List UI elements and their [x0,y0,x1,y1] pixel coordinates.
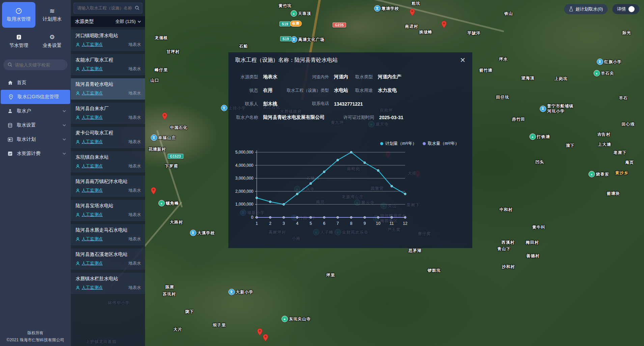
detail-field: 许可证过期时间2025-03-31 [337,114,403,121]
module-waves[interactable]: ≋计划用水 [35,2,69,28]
legend-item[interactable]: 取水量（m³/年） [423,141,459,147]
facility-search [74,3,142,14]
legend-item[interactable]: 计划量（m³/年） [380,141,417,147]
facility-search-input[interactable] [74,3,142,14]
monitor-type-link[interactable]: 人工监测点 [82,212,103,218]
facility-list-item[interactable]: 陆河县南万镇杞洋水电站人工监测点地表水 [71,176,145,197]
map-place-label: 坝子里 [213,323,226,328]
sidebar-item-user[interactable]: 取水户 [0,104,71,118]
close-icon[interactable]: ✕ [459,57,466,63]
facility-list-item[interactable]: 水唇镇水栏肚水电站人工监测点地表水 [71,273,145,294]
detail-field: 取水类型河道内生产 [340,74,401,80]
facility-list-item[interactable]: 陆河县水唇走马石水电站人工监测点地表水 [71,224,145,245]
intake-point-pin-icon[interactable] [441,21,447,28]
sidebar-item-home[interactable]: 首页 [0,76,71,90]
school-marker-icon: 文 [374,5,381,12]
filter-dropdown[interactable]: 全部 (125) [115,19,141,25]
detail-field: 水源类型地表水 [231,74,277,80]
map-poi-label[interactable]: ▲打铁塘 [530,134,550,140]
person-icon [76,261,80,266]
monitor-type-link[interactable]: 人工监测点 [82,163,103,169]
detail-field: 河道内外河道内 [282,74,348,80]
facility-name: 东坑镇自来水站 [76,154,141,160]
person-icon [76,188,80,193]
monitor-type-link[interactable]: 人工监测点 [82,188,103,193]
map-place-label: 羊石 [619,96,628,101]
sidebar-item-label: 取水计划 [17,136,62,142]
facility-list-item[interactable]: 河口镇唱歌潭水电站人工监测点地表水 [71,30,145,51]
facility-list-item[interactable]: 东坑镇自来水站人工监测点地表水 [71,151,145,172]
map-place-label: 西溪村 [502,240,515,245]
monitor-type-link[interactable]: 人工监测点 [82,42,103,48]
map-poi-label[interactable]: ▲东坑尖山寺 [282,316,311,322]
facility-name: 陆河县激石溪老区水电站 [76,251,141,258]
map-poi-label[interactable]: 文红旗小学 [597,59,622,65]
monitor-type-link[interactable]: 人工监测点 [82,90,103,96]
over-plan-badge[interactable]: 超计划取水(0) [564,4,608,14]
monitor-type-link[interactable]: 人工监测点 [82,139,103,145]
map-place-label: 青山下 [498,246,511,251]
poi-name: 红旗小学 [604,59,622,64]
school-marker-icon: 文 [597,59,603,65]
facility-list-item[interactable]: 友能水厂取水工程人工监测点地表水 [71,54,145,75]
map-poi-label[interactable]: 文墩塘学校 [374,5,399,12]
monitor-type-link[interactable]: 人工监测点 [82,261,103,266]
facility-list-item[interactable]: 陆河县青砼水电站人工监测点地表水 [71,78,145,100]
map-poi-label[interactable]: ▲烧香岽 [589,171,609,178]
map-poi-label[interactable]: ▲天珠顶 [291,10,311,17]
map-place-label: 吉告村 [597,132,611,137]
facility-name: 友能水厂取水工程 [76,57,141,63]
intake-point-pin-icon[interactable] [257,328,263,336]
copyright-line1: 版权所有 [0,329,71,336]
water-source-type: 地表水 [129,115,141,121]
map-place-label: 陈屋 [165,285,174,290]
sidebar-search-input[interactable] [3,59,67,70]
map-place-label: 赤竹田 [512,117,525,122]
module-note[interactable]: 节水管理 [2,28,35,54]
svg-text:6: 6 [323,221,326,226]
map-place-label: 大路村 [170,220,183,225]
map-poi-label[interactable]: 文幸福山庄 [151,135,176,141]
facility-list-item[interactable]: 麦卡公司取水工程人工监测点地表水 [71,127,145,148]
sidebar-item-card[interactable]: 取水计划 [0,132,71,147]
monitor-type-link[interactable]: 人工监测点 [82,66,103,72]
map-poi-label[interactable]: 文大新小学 [228,289,253,295]
map-poi-label[interactable]: ▲螺角峰 [159,200,179,207]
water-source-type: 地表水 [129,42,141,48]
module-gear[interactable]: ⚙业务设置 [35,28,69,54]
detail-field: 取水工程（设施）类型水电站 [282,87,348,94]
intake-point-pin-icon[interactable] [263,334,269,342]
toggle-knob[interactable] [628,6,635,12]
facility-list-item[interactable]: 陆河县激石溪老区水电站人工监测点地表水 [71,248,145,270]
sidebar-item-pin[interactable]: 取水口GIS信息管理 [1,90,70,104]
waves-icon: ≋ [50,7,55,14]
map-poi-label[interactable]: 文高塘文化广场 [291,36,325,43]
map-poi-label[interactable]: ▲羊石尖 [594,70,614,77]
intake-point-pin-icon[interactable] [162,112,168,120]
intake-point-pin-icon[interactable] [410,8,415,16]
water-source-type: 地表水 [129,236,141,242]
module-active-gauge[interactable]: 取用水管理 [2,2,35,28]
intake-point-pin-icon[interactable] [151,187,157,195]
monitor-type-link[interactable]: 人工监测点 [82,285,103,291]
search-icon[interactable] [135,5,140,12]
facility-list-item[interactable]: 陆河县自来水厂人工监测点地表水 [71,103,145,124]
sidebar-item-db[interactable]: 取水设置 [0,118,71,132]
svg-text:12: 12 [403,221,408,226]
chart-legend[interactable]: 计划量（m³/年）取水量（m³/年） [380,141,459,147]
map-place-label: 田心塅 [622,122,635,127]
monitor-type-link[interactable]: 人工监测点 [82,236,103,242]
sidebar-item-chart[interactable]: 水资源计费 [0,147,71,161]
facility-list-item[interactable]: 陆河县宝塔水电站人工监测点地表水 [71,200,145,221]
svg-text:4: 4 [296,221,299,226]
school-marker-icon: 文 [221,105,227,111]
map-place-label: 善德村 [527,254,540,259]
water-source-type: 地表水 [129,66,141,72]
map-poi-label[interactable]: 文大溪学校 [190,230,215,236]
search-icon [7,62,12,69]
map-poi-label[interactable]: 文普宁市船埔镇 河坑小学 [540,104,573,114]
monitor-type-link[interactable]: 人工监测点 [82,115,103,121]
facility-detail-modal: 取水工程（设施）名称：陆河县青砼水电站 ✕ 水源类型地表水河道内外河道内取水类型… [228,52,472,248]
person-icon [76,115,80,120]
detail-toggle[interactable]: 详情 [612,4,639,14]
